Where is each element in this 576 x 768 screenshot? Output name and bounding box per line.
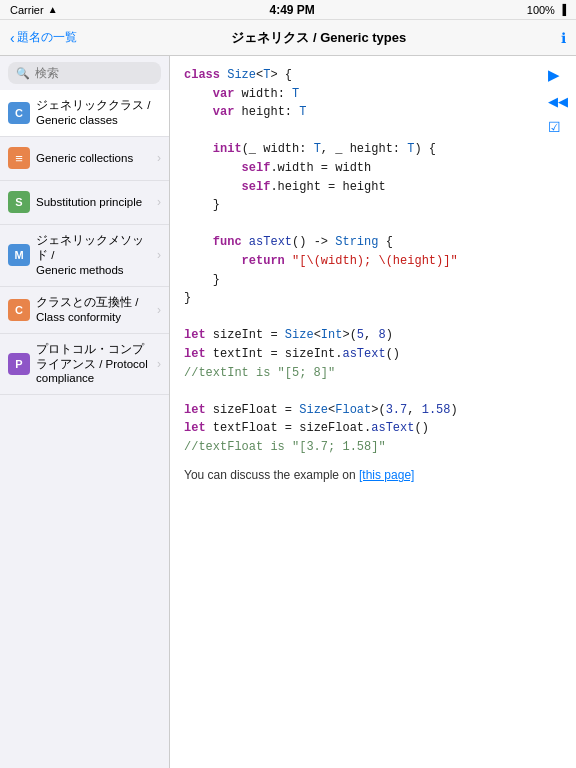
- chevron-icon-4: ›: [157, 303, 161, 317]
- sidebar-icon-generic-classes: C: [8, 102, 30, 124]
- sidebar-icon-generic-methods: M: [8, 244, 30, 266]
- sidebar-icon-generic-collections: ≡: [8, 147, 30, 169]
- prose-link[interactable]: [this page]: [359, 468, 414, 482]
- status-bar: Carrier ▲ 4:49 PM 100% ▐: [0, 0, 576, 20]
- battery-icon: ▐: [559, 4, 566, 15]
- sidebar-label-class-conformity: クラスとの互換性 / Class conformity: [36, 295, 155, 325]
- send-icon[interactable]: ▶: [548, 66, 568, 84]
- prose-section: You can discuss the example on [this pag…: [184, 466, 562, 484]
- search-input[interactable]: [35, 66, 153, 80]
- status-time: 4:49 PM: [269, 3, 314, 17]
- content-toolbar: ▶ ◀◀ ☑: [548, 66, 568, 135]
- search-input-wrap[interactable]: 🔍: [8, 62, 161, 84]
- sidebar-item-class-conformity[interactable]: C クラスとの互換性 / Class conformity ›: [0, 287, 169, 334]
- sidebar-item-generic-methods[interactable]: M ジェネリックメソッド /Generic methods ›: [0, 225, 169, 287]
- chevron-icon: ›: [157, 151, 161, 165]
- sidebar-label-protocol-compliance: プロトコル・コンプライアンス / Protocol compliance: [36, 342, 155, 387]
- sidebar-icon-protocol-compliance: P: [8, 353, 30, 375]
- sidebar-item-generic-collections[interactable]: ≡ Generic collections ›: [0, 137, 169, 181]
- carrier-label: Carrier: [10, 4, 44, 16]
- nav-bar: ‹ 題名の一覧 ジェネリクス / Generic types ℹ: [0, 20, 576, 56]
- sidebar-item-substitution-principle[interactable]: S Substitution principle ›: [0, 181, 169, 225]
- bookmark-icon[interactable]: ☑: [548, 119, 568, 135]
- info-button[interactable]: ℹ: [561, 30, 566, 46]
- status-right: 100% ▐: [527, 4, 566, 16]
- back-label: 題名の一覧: [17, 29, 77, 46]
- chevron-icon-5: ›: [157, 357, 161, 371]
- status-left: Carrier ▲: [10, 4, 58, 16]
- back-button[interactable]: ‹ 題名の一覧: [10, 29, 77, 46]
- back-skip-icon[interactable]: ◀◀: [548, 94, 568, 109]
- sidebar-list: C ジェネリッククラス /Generic classes ≡ Generic c…: [0, 90, 169, 768]
- chevron-icon-2: ›: [157, 195, 161, 209]
- sidebar-label-generic-collections: Generic collections: [36, 151, 155, 166]
- prose-prefix: You can discuss the example on: [184, 468, 359, 482]
- sidebar-icon-substitution-principle: S: [8, 191, 30, 213]
- back-chevron-icon: ‹: [10, 30, 15, 46]
- chevron-icon-3: ›: [157, 248, 161, 262]
- page-title: ジェネリクス / Generic types: [231, 29, 406, 47]
- sidebar: 🔍 C ジェネリッククラス /Generic classes ≡ Generic…: [0, 56, 170, 768]
- search-box: 🔍: [0, 56, 169, 90]
- sidebar-label-generic-classes: ジェネリッククラス /Generic classes: [36, 98, 161, 128]
- code-block: class Size<T> { var width: T var height:…: [184, 66, 562, 456]
- battery-percent: 100%: [527, 4, 555, 16]
- sidebar-label-substitution-principle: Substitution principle: [36, 195, 155, 210]
- content-area: ▶ ◀◀ ☑ class Size<T> { var width: T var …: [170, 56, 576, 768]
- sidebar-item-generic-classes[interactable]: C ジェネリッククラス /Generic classes: [0, 90, 169, 137]
- search-icon: 🔍: [16, 67, 30, 80]
- sidebar-label-generic-methods: ジェネリックメソッド /Generic methods: [36, 233, 155, 278]
- sidebar-icon-class-conformity: C: [8, 299, 30, 321]
- main-layout: 🔍 C ジェネリッククラス /Generic classes ≡ Generic…: [0, 56, 576, 768]
- wifi-icon: ▲: [48, 4, 58, 15]
- sidebar-item-protocol-compliance[interactable]: P プロトコル・コンプライアンス / Protocol compliance ›: [0, 334, 169, 396]
